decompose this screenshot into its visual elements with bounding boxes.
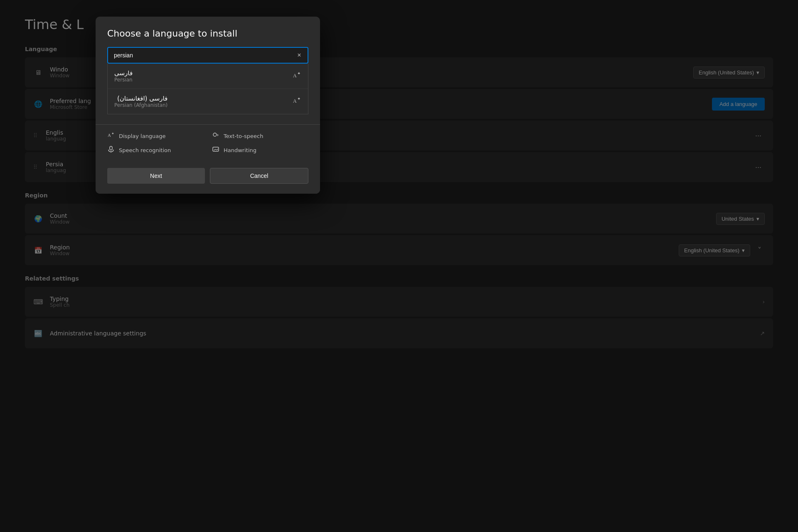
- handwriting-icon: [212, 145, 219, 155]
- persian-result-item[interactable]: فارسی Persian A ✦: [108, 64, 308, 89]
- display-language-feature: A ✦ Display language: [107, 131, 204, 140]
- speech-recognition-icon: [107, 145, 115, 155]
- svg-text:✦: ✦: [111, 132, 114, 135]
- display-language-label: Display language: [119, 133, 166, 139]
- handwriting-feature: Handwriting: [212, 145, 308, 155]
- clear-search-button[interactable]: ×: [294, 50, 304, 60]
- persian-language-icon: A ✦: [292, 71, 301, 81]
- persian-afghanistan-result-item[interactable]: فارسی (افغانستان) Persian (Afghanistan) …: [108, 89, 308, 114]
- svg-rect-7: [110, 146, 112, 150]
- language-results-list: فارسی Persian A ✦ فارسی (افغانستان) Pers…: [107, 64, 308, 114]
- next-button[interactable]: Next: [107, 168, 205, 184]
- choose-language-dialog: Choose a language to install × فارسی Per…: [96, 17, 320, 194]
- cancel-button[interactable]: Cancel: [210, 168, 308, 184]
- display-language-icon: A ✦: [107, 131, 115, 140]
- language-search-input[interactable]: [107, 47, 308, 64]
- text-to-speech-feature: Text-to-speech: [212, 131, 308, 140]
- text-to-speech-icon: [212, 131, 219, 140]
- svg-text:A: A: [293, 73, 297, 79]
- text-to-speech-label: Text-to-speech: [224, 133, 263, 139]
- handwriting-label: Handwriting: [224, 147, 256, 153]
- persian-english-name: Persian: [114, 77, 133, 83]
- persian-afghanistan-language-icon: A ✦: [292, 96, 301, 107]
- svg-text:✦: ✦: [297, 96, 300, 101]
- svg-text:✦: ✦: [297, 71, 300, 76]
- svg-text:A: A: [108, 133, 111, 138]
- dialog-footer: Next Cancel: [96, 161, 320, 194]
- svg-text:A: A: [293, 98, 297, 104]
- language-search-container: ×: [107, 47, 308, 64]
- dialog-title: Choose a language to install: [107, 28, 308, 39]
- persian-afghanistan-english-name: Persian (Afghanistan): [114, 102, 167, 108]
- svg-rect-6: [213, 133, 217, 136]
- persian-afghanistan-native-name: فارسی (افغانستان): [114, 95, 167, 102]
- language-features-section: A ✦ Display language Text-to-speech: [96, 125, 320, 161]
- persian-native-name: فارسی: [114, 69, 133, 77]
- speech-recognition-label: Speech recognition: [119, 147, 171, 153]
- speech-recognition-feature: Speech recognition: [107, 145, 204, 155]
